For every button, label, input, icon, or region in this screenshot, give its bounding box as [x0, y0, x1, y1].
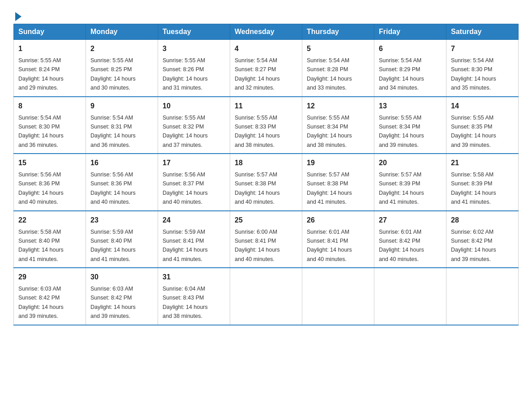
day-info: Sunrise: 5:54 AMSunset: 8:31 PMDaylight:… — [90, 115, 136, 148]
calendar-cell: 1 Sunrise: 5:55 AMSunset: 8:24 PMDayligh… — [14, 40, 86, 97]
calendar-cell: 8 Sunrise: 5:54 AMSunset: 8:30 PMDayligh… — [14, 97, 86, 154]
day-info: Sunrise: 5:54 AMSunset: 8:29 PMDaylight:… — [379, 57, 424, 91]
day-number: 25 — [235, 215, 297, 226]
day-info: Sunrise: 5:55 AMSunset: 8:34 PMDaylight:… — [307, 115, 352, 148]
day-info: Sunrise: 5:56 AMSunset: 8:36 PMDaylight:… — [18, 171, 64, 205]
calendar-cell: 9 Sunrise: 5:54 AMSunset: 8:31 PMDayligh… — [86, 97, 158, 154]
day-info: Sunrise: 5:54 AMSunset: 8:30 PMDaylight:… — [18, 115, 64, 148]
calendar-cell: 6 Sunrise: 5:54 AMSunset: 8:29 PMDayligh… — [374, 40, 446, 97]
day-number: 30 — [90, 272, 153, 283]
day-number: 23 — [90, 215, 153, 226]
day-number: 18 — [235, 158, 297, 168]
calendar-table: SundayMondayTuesdayWednesdayThursdayFrid… — [13, 24, 519, 325]
calendar-cell: 22 Sunrise: 5:58 AMSunset: 8:40 PMDaylig… — [14, 211, 86, 268]
day-number: 6 — [379, 43, 442, 54]
day-number: 29 — [18, 272, 81, 283]
calendar-cell: 27 Sunrise: 6:01 AMSunset: 8:42 PMDaylig… — [374, 211, 446, 268]
calendar-cell: 24 Sunrise: 5:59 AMSunset: 8:41 PMDaylig… — [158, 211, 230, 268]
day-number: 26 — [307, 215, 369, 226]
day-number: 8 — [18, 101, 81, 111]
day-info: Sunrise: 5:55 AMSunset: 8:24 PMDaylight:… — [18, 57, 64, 91]
calendar-cell: 5 Sunrise: 5:54 AMSunset: 8:28 PMDayligh… — [302, 40, 374, 97]
day-info: Sunrise: 5:59 AMSunset: 8:40 PMDaylight:… — [90, 229, 136, 262]
day-of-week-header: Thursday — [302, 24, 374, 40]
day-info: Sunrise: 5:55 AMSunset: 8:25 PMDaylight:… — [90, 57, 136, 91]
day-number: 15 — [18, 158, 81, 168]
day-number: 9 — [90, 101, 153, 111]
calendar-week-row: 29 Sunrise: 6:03 AMSunset: 8:42 PMDaylig… — [14, 268, 519, 325]
calendar-cell: 16 Sunrise: 5:56 AMSunset: 8:36 PMDaylig… — [86, 154, 158, 211]
day-of-week-header: Wednesday — [230, 24, 302, 40]
day-number: 4 — [235, 43, 297, 54]
day-info: Sunrise: 5:58 AMSunset: 8:40 PMDaylight:… — [18, 229, 64, 262]
day-number: 20 — [379, 158, 442, 168]
day-number: 28 — [451, 215, 514, 226]
calendar-cell: 11 Sunrise: 5:55 AMSunset: 8:33 PMDaylig… — [230, 97, 302, 154]
day-of-week-header: Monday — [86, 24, 158, 40]
day-info: Sunrise: 5:59 AMSunset: 8:41 PMDaylight:… — [163, 229, 208, 262]
calendar-cell: 18 Sunrise: 5:57 AMSunset: 8:38 PMDaylig… — [230, 154, 302, 211]
day-number: 7 — [451, 43, 514, 54]
day-info: Sunrise: 5:55 AMSunset: 8:32 PMDaylight:… — [163, 115, 208, 148]
day-number: 27 — [379, 215, 442, 226]
day-number: 3 — [163, 43, 225, 54]
day-info: Sunrise: 6:00 AMSunset: 8:41 PMDaylight:… — [235, 229, 280, 262]
calendar-cell: 7 Sunrise: 5:54 AMSunset: 8:30 PMDayligh… — [446, 40, 519, 97]
calendar-week-row: 22 Sunrise: 5:58 AMSunset: 8:40 PMDaylig… — [14, 211, 519, 268]
day-info: Sunrise: 6:01 AMSunset: 8:42 PMDaylight:… — [379, 229, 424, 262]
day-number: 13 — [379, 101, 442, 111]
day-number: 31 — [163, 272, 225, 283]
logo-arrow-icon — [15, 12, 21, 21]
calendar-cell: 14 Sunrise: 5:55 AMSunset: 8:35 PMDaylig… — [446, 97, 519, 154]
calendar-cell — [302, 268, 374, 325]
calendar-cell: 19 Sunrise: 5:57 AMSunset: 8:38 PMDaylig… — [302, 154, 374, 211]
day-number: 19 — [307, 158, 369, 168]
calendar-cell — [230, 268, 302, 325]
day-number: 16 — [90, 158, 153, 168]
calendar-cell: 15 Sunrise: 5:56 AMSunset: 8:36 PMDaylig… — [14, 154, 86, 211]
day-info: Sunrise: 5:54 AMSunset: 8:27 PMDaylight:… — [235, 57, 280, 91]
day-info: Sunrise: 5:56 AMSunset: 8:36 PMDaylight:… — [90, 171, 136, 205]
calendar-cell: 13 Sunrise: 5:55 AMSunset: 8:34 PMDaylig… — [374, 97, 446, 154]
day-number: 5 — [307, 43, 369, 54]
day-info: Sunrise: 6:04 AMSunset: 8:43 PMDaylight:… — [163, 286, 208, 319]
day-number: 14 — [451, 101, 514, 111]
calendar-cell: 30 Sunrise: 6:03 AMSunset: 8:42 PMDaylig… — [86, 268, 158, 325]
calendar-cell: 10 Sunrise: 5:55 AMSunset: 8:32 PMDaylig… — [158, 97, 230, 154]
calendar-header-row: SundayMondayTuesdayWednesdayThursdayFrid… — [14, 24, 519, 40]
day-info: Sunrise: 6:01 AMSunset: 8:41 PMDaylight:… — [307, 229, 352, 262]
calendar-cell: 25 Sunrise: 6:00 AMSunset: 8:41 PMDaylig… — [230, 211, 302, 268]
day-info: Sunrise: 6:03 AMSunset: 8:42 PMDaylight:… — [90, 286, 136, 319]
day-info: Sunrise: 5:58 AMSunset: 8:39 PMDaylight:… — [451, 171, 496, 205]
calendar-week-row: 8 Sunrise: 5:54 AMSunset: 8:30 PMDayligh… — [14, 97, 519, 154]
day-of-week-header: Tuesday — [158, 24, 230, 40]
day-info: Sunrise: 5:55 AMSunset: 8:33 PMDaylight:… — [235, 115, 280, 148]
calendar-cell: 23 Sunrise: 5:59 AMSunset: 8:40 PMDaylig… — [86, 211, 158, 268]
day-info: Sunrise: 6:03 AMSunset: 8:42 PMDaylight:… — [18, 286, 64, 319]
day-info: Sunrise: 5:57 AMSunset: 8:38 PMDaylight:… — [307, 171, 352, 205]
calendar-cell: 21 Sunrise: 5:58 AMSunset: 8:39 PMDaylig… — [446, 154, 519, 211]
day-info: Sunrise: 5:55 AMSunset: 8:26 PMDaylight:… — [163, 57, 208, 91]
day-number: 22 — [18, 215, 81, 226]
calendar-cell: 17 Sunrise: 5:56 AMSunset: 8:37 PMDaylig… — [158, 154, 230, 211]
day-info: Sunrise: 5:56 AMSunset: 8:37 PMDaylight:… — [163, 171, 208, 205]
day-info: Sunrise: 5:54 AMSunset: 8:28 PMDaylight:… — [307, 57, 352, 91]
day-number: 24 — [163, 215, 225, 226]
day-info: Sunrise: 6:02 AMSunset: 8:42 PMDaylight:… — [451, 229, 496, 262]
day-number: 1 — [18, 43, 81, 54]
calendar-cell: 3 Sunrise: 5:55 AMSunset: 8:26 PMDayligh… — [158, 40, 230, 97]
calendar-cell: 2 Sunrise: 5:55 AMSunset: 8:25 PMDayligh… — [86, 40, 158, 97]
calendar-cell: 29 Sunrise: 6:03 AMSunset: 8:42 PMDaylig… — [14, 268, 86, 325]
calendar-week-row: 1 Sunrise: 5:55 AMSunset: 8:24 PMDayligh… — [14, 40, 519, 97]
day-number: 10 — [163, 101, 225, 111]
day-info: Sunrise: 5:57 AMSunset: 8:39 PMDaylight:… — [379, 171, 424, 205]
day-number: 12 — [307, 101, 369, 111]
day-number: 17 — [163, 158, 225, 168]
calendar-cell — [374, 268, 446, 325]
calendar-cell: 12 Sunrise: 5:55 AMSunset: 8:34 PMDaylig… — [302, 97, 374, 154]
day-of-week-header: Sunday — [14, 24, 86, 40]
page-header — [13, 9, 519, 19]
day-number: 11 — [235, 101, 297, 111]
day-number: 2 — [90, 43, 153, 54]
calendar-cell: 26 Sunrise: 6:01 AMSunset: 8:41 PMDaylig… — [302, 211, 374, 268]
